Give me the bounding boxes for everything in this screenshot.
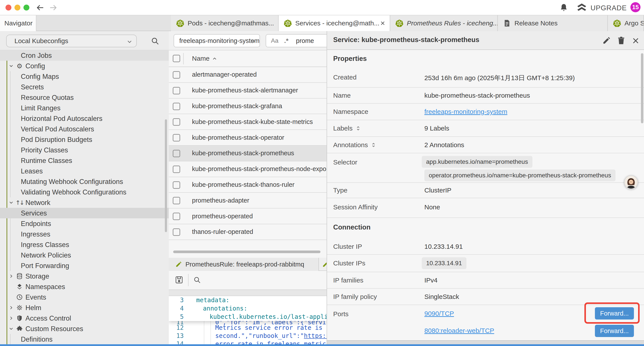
list-search-input[interactable]: Aa .* prome [266, 34, 328, 47]
sidebar-search-icon[interactable] [151, 37, 159, 45]
notifications-bell-icon[interactable] [560, 3, 568, 12]
sidebar-item-resource-quotas[interactable]: Resource Quotas [0, 92, 169, 103]
detail-scrollbar[interactable] [641, 53, 643, 123]
sidebar-item-helm[interactable]: Helm [0, 303, 169, 313]
close-icon[interactable] [632, 37, 640, 45]
sidebar-item-services[interactable]: Services [0, 208, 169, 218]
row-checkbox[interactable] [173, 118, 180, 126]
sorter-icon[interactable] [370, 142, 376, 148]
column-header-name[interactable]: Name [192, 55, 210, 62]
sidebar-item-label: Helm [26, 304, 41, 312]
table-row[interactable]: kube-prometheus-stack-operator [169, 130, 326, 146]
sidebar-item-access-control[interactable]: Access Control [0, 313, 169, 324]
chevron-down-icon[interactable] [9, 326, 14, 331]
sidebar-item-ingresses[interactable]: Ingresses [0, 229, 169, 239]
select-all-checkbox[interactable] [173, 55, 180, 62]
port-link[interactable]: 9090/TCP [424, 310, 454, 317]
sidebar-item-mutating-webhook-configurations[interactable]: Mutating Webhook Configurations [0, 176, 169, 187]
port-link[interactable]: 8080:reloader-web/TCP [424, 327, 494, 335]
row-checkbox[interactable] [173, 150, 180, 157]
match-case-toggle[interactable]: Aa [271, 37, 278, 44]
row-checkbox[interactable] [173, 213, 180, 220]
namespace-link[interactable]: freeleaps-monitoring-system [424, 108, 507, 115]
sort-ascending-icon[interactable] [212, 56, 218, 62]
sidebar-item-network-policies[interactable]: Network Policies [0, 250, 169, 260]
forward-icon[interactable] [49, 3, 58, 12]
edit-pencil-icon[interactable] [602, 36, 611, 45]
row-checkbox[interactable] [173, 103, 180, 110]
table-row[interactable]: kube-prometheus-stack-thanos-ruler [169, 177, 326, 193]
sidebar-item-namespaces[interactable]: Namespaces [0, 281, 169, 292]
avatar[interactable] [624, 175, 638, 189]
close-window-button[interactable] [6, 4, 12, 10]
tab-release-notes[interactable]: Release Notes [498, 15, 608, 31]
row-checkbox[interactable] [173, 87, 180, 94]
forward-button[interactable]: Forward... [595, 325, 634, 337]
editor-search-icon[interactable] [193, 276, 201, 284]
sidebar-item-network[interactable]: ↑↓Network [0, 197, 169, 208]
sidebar-item-config-maps[interactable]: Config Maps [0, 71, 169, 82]
row-checkbox[interactable] [173, 71, 180, 79]
sorter-icon[interactable] [355, 125, 361, 131]
sidebar-item-storage[interactable]: Storage [0, 271, 169, 281]
table-row[interactable]: kube-prometheus-stack-grafana [169, 98, 326, 114]
sidebar-item-vertical-pod-autoscalers[interactable]: Vertical Pod Autoscalers [0, 124, 169, 134]
chevron-right-icon[interactable] [9, 316, 14, 321]
chevron-down-icon[interactable] [9, 200, 14, 205]
table-row[interactable]: kube-prometheus-stack-prometheus-node-ex… [169, 161, 326, 177]
sidebar-item-leases[interactable]: Leases [0, 166, 169, 176]
chevron-right-icon[interactable] [9, 274, 14, 279]
row-checkbox[interactable] [173, 181, 180, 189]
table-row[interactable]: alertmanager-operated [169, 67, 326, 83]
table-row[interactable]: kube-prometheus-stack-prometheus [169, 146, 326, 161]
regex-toggle[interactable]: .* [284, 37, 288, 44]
row-checkbox[interactable] [173, 228, 180, 236]
save-icon[interactable] [175, 276, 183, 284]
kubeconfig-selector[interactable]: Local Kubeconfigs [6, 34, 137, 47]
sidebar-item-cron-jobs[interactable]: Cron Jobs [0, 50, 169, 61]
sidebar-scrollbar[interactable] [165, 119, 167, 232]
yaml-editor[interactable]: 110","for":"1m","labels":{"service":"12M… [169, 296, 326, 344]
sidebar-item-events[interactable]: Events [0, 292, 169, 303]
table-row[interactable]: kube-prometheus-stack-alertmanager [169, 83, 326, 98]
notification-count-badge[interactable]: 15 [630, 2, 640, 12]
table-row[interactable]: thanos-ruler-operated [169, 224, 326, 240]
chevron-right-icon[interactable] [9, 305, 14, 310]
table-row[interactable]: prometheus-operated [169, 209, 326, 224]
row-checkbox[interactable] [173, 197, 180, 204]
sidebar-item-port-forwarding[interactable]: Port Forwarding [0, 260, 169, 271]
upgrade-label[interactable]: UPGRADE [590, 4, 627, 12]
sidebar-item-endpoints[interactable]: Endpoints [0, 218, 169, 229]
row-checkbox[interactable] [173, 166, 180, 173]
sidebar-item-config[interactable]: ⚙Config [0, 61, 169, 71]
list-horizontal-scrollbar[interactable] [173, 251, 320, 253]
close-tab-icon[interactable] [380, 20, 386, 26]
sidebar-item-custom-resources[interactable]: Custom Resources [0, 324, 169, 334]
upgrade-icon[interactable] [576, 3, 587, 13]
row-checkbox[interactable] [173, 134, 180, 141]
sidebar-item-horizontal-pod-autoscalers[interactable]: Horizontal Pod Autoscalers [0, 113, 169, 124]
sidebar-item-priority-classes[interactable]: Priority Classes [0, 145, 169, 155]
chevron-down-icon[interactable] [9, 63, 14, 68]
sidebar-item-runtime-classes[interactable]: Runtime Classes [0, 155, 169, 166]
sidebar-item-limit-ranges[interactable]: Limit Ranges [0, 103, 169, 113]
tab-pods-icecheng-mathmas-[interactable]: Pods - icecheng@mathmas... [171, 15, 278, 31]
back-icon[interactable] [36, 3, 44, 12]
minimize-window-button[interactable] [14, 4, 20, 10]
sidebar-item-validating-webhook-configurations[interactable]: Validating Webhook Configurations [0, 187, 169, 197]
sidebar-item-pod-disruption-budgets[interactable]: Pod Disruption Budgets [0, 134, 169, 145]
sidebar-item-ingress-classes[interactable]: Ingress Classes [0, 239, 169, 250]
delete-trash-icon[interactable] [617, 36, 626, 45]
sidebar-item-definitions[interactable]: Definitions [0, 334, 169, 345]
sidebar-item-label: Definitions [21, 336, 52, 343]
tab-argo-se[interactable]: Argo Se [608, 15, 644, 31]
namespace-selector[interactable]: freeleaps-monitoring-system [174, 34, 260, 47]
sidebar-item-secrets[interactable]: Secrets [0, 82, 169, 92]
prometheusrule-tab[interactable]: PrometheusRule: freeleaps-prod-rabbitmq [169, 258, 319, 271]
navigator-panel-tab[interactable]: Navigator [0, 15, 36, 31]
tab-services-icecheng-math-[interactable]: Services - icecheng@math... [278, 15, 390, 31]
table-row[interactable]: kube-prometheus-stack-kube-state-metrics [169, 114, 326, 130]
tab-prometheus-rules-icechen[interactable]: Prometheus Rules - icecheng... [390, 15, 498, 31]
table-row[interactable]: prometheus-adapter [169, 193, 326, 209]
maximize-window-button[interactable] [24, 4, 29, 10]
